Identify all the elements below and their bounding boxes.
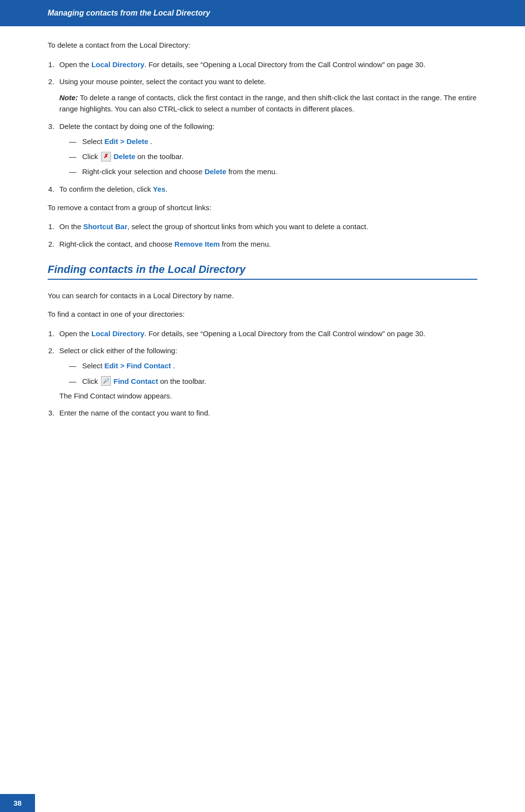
header-bar: Managing contacts from the Local Directo… (0, 0, 525, 26)
finding-sub-2-after: on the toolbar. (160, 376, 206, 387)
shortcut-step-2-before: Right-click the contact, and choose (59, 240, 175, 248)
shortcut-steps-list: On the Shortcut Bar, select the group of… (56, 221, 477, 250)
finding-step-3-text: Enter the name of the contact you want t… (59, 409, 210, 417)
shortcut-step-1: On the Shortcut Bar, select the group of… (56, 221, 477, 232)
shortcut-intro: To remove a contact from a group of shor… (48, 202, 477, 214)
delete-intro: To delete a contact from the Local Direc… (48, 40, 477, 51)
note-text: To delete a range of contacts, click the… (59, 93, 476, 113)
delete-step-4-before: To confirm the deletion, click (59, 185, 153, 193)
note-label: Note: (59, 93, 78, 102)
local-directory-link-2[interactable]: Local Directory (91, 329, 144, 338)
delete-note: Note: To delete a range of contacts, cli… (59, 92, 477, 115)
yes-link[interactable]: Yes (153, 185, 166, 193)
sub-item-2-before: Click (82, 151, 98, 162)
finding-sub-item-2: Click 🔎 Find Contact on the toolbar. (69, 376, 477, 387)
delete-toolbar-link[interactable]: Delete (114, 151, 136, 162)
delete-sub-item-3: Right-click your selection and choose De… (69, 166, 477, 177)
main-content: To delete a contact from the Local Direc… (0, 40, 525, 466)
delete-step-3-text: Delete the contact by doing one of the f… (59, 122, 214, 130)
delete-sub-item-1: Select Edit > Delete. (69, 136, 477, 147)
delete-step-4: To confirm the deletion, click Yes. (56, 183, 477, 195)
sub-item-1-after: . (150, 136, 152, 147)
finding-step-3: Enter the name of the contact you want t… (56, 407, 477, 418)
shortcut-step-2: Right-click the contact, and choose Remo… (56, 238, 477, 250)
delete-step-1-text-after: . For details, see “Opening a Local Dire… (144, 60, 425, 69)
finding-step-1: Open the Local Directory. For details, s… (56, 328, 477, 339)
edit-delete-link[interactable]: Edit > Delete (105, 136, 148, 147)
find-contact-window-note: The Find Contact window appears. (59, 391, 477, 402)
finding-step-2-text: Select or click either of the following: (59, 346, 177, 355)
shortcut-step-1-after: , select the group of shortcut links fro… (127, 222, 368, 231)
local-directory-link-1[interactable]: Local Directory (91, 60, 144, 69)
page-number: 38 (14, 799, 22, 807)
shortcut-bar-link[interactable]: Shortcut Bar (83, 222, 127, 231)
shortcut-step-1-before: On the (59, 222, 83, 231)
delete-sub-item-2: Click ✗ Delete on the toolbar. (69, 151, 477, 162)
finding-sub-2-before: Click (82, 376, 98, 387)
sub-item-3-after: from the menu. (228, 166, 278, 177)
sub-item-1-before: Select (82, 136, 103, 147)
delete-icon: ✗ (101, 152, 111, 162)
finding-intro2: To find a contact in one of your directo… (48, 309, 477, 320)
remove-item-link[interactable]: Remove Item (175, 240, 220, 248)
delete-sub-list: Select Edit > Delete. Click ✗ Delete on … (69, 136, 477, 178)
delete-steps-list: Open the Local Directory. For details, s… (56, 59, 477, 195)
find-contact-toolbar-link[interactable]: Find Contact (114, 376, 158, 387)
delete-menu-link[interactable]: Delete (205, 166, 227, 177)
sub-item-2-after: on the toolbar. (138, 151, 184, 162)
delete-step-2-text: Using your mouse pointer, select the con… (59, 77, 266, 86)
delete-step-3: Delete the contact by doing one of the f… (56, 121, 477, 178)
finding-sub-1-after: . (173, 360, 175, 371)
finding-sub-1-before: Select (82, 360, 103, 371)
finding-sub-item-1: Select Edit > Find Contact. (69, 360, 477, 371)
header-title: Managing contacts from the Local Directo… (48, 9, 210, 17)
finding-section-heading: Finding contacts in the Local Directory (48, 263, 477, 280)
sub-item-3-before: Right-click your selection and choose (82, 166, 203, 177)
finding-sub-list: Select Edit > Find Contact. Click 🔎 Find… (69, 360, 477, 387)
edit-find-contact-link[interactable]: Edit > Find Contact (105, 360, 171, 371)
find-contact-icon: 🔎 (101, 376, 111, 386)
delete-step-1: Open the Local Directory. For details, s… (56, 59, 477, 70)
finding-step-2: Select or click either of the following:… (56, 345, 477, 401)
delete-step-1-text-before: Open the (59, 60, 91, 69)
finding-intro1: You can search for contacts in a Local D… (48, 290, 477, 302)
finding-steps-list: Open the Local Directory. For details, s… (56, 328, 477, 419)
delete-step-4-after: . (165, 185, 167, 193)
page-number-bar: 38 (0, 794, 35, 812)
delete-step-2: Using your mouse pointer, select the con… (56, 76, 477, 115)
finding-step-1-after: . For details, see “Opening a Local Dire… (144, 329, 425, 338)
finding-step-1-before: Open the (59, 329, 91, 338)
shortcut-step-2-after: from the menu. (220, 240, 271, 248)
